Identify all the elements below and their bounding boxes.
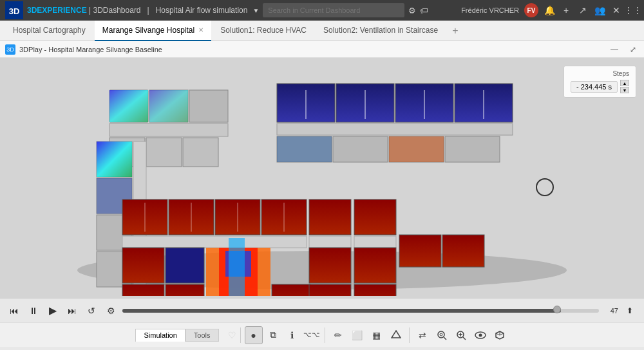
svg-rect-24: [445, 136, 500, 162]
svg-rect-7: [189, 90, 228, 122]
topbar-right: Frédéric VRCHER FV 🔔 + ↗ 👥 ✕ ⋮⋮: [461, 3, 639, 17]
tool-pen[interactable]: ✏: [329, 326, 347, 344]
separator-2: [325, 327, 325, 343]
tool-zoom[interactable]: [452, 326, 470, 344]
simulation-title: Hospital Air flow simulation: [156, 6, 248, 15]
svg-rect-58: [354, 236, 396, 248]
user-name: Frédéric VRCHER: [461, 6, 519, 14]
repeat-button[interactable]: ↺: [84, 303, 99, 318]
svg-rect-51: [309, 248, 351, 283]
steps-up-arrow[interactable]: ▲: [620, 80, 629, 86]
steps-arrows[interactable]: ▲ ▼: [620, 80, 629, 93]
tool-info[interactable]: ℹ: [283, 326, 301, 344]
tool-box-outline[interactable]: ⬜: [348, 326, 366, 344]
svg-line-68: [463, 337, 466, 340]
svg-rect-59: [354, 248, 396, 283]
steps-value-row: - 234.445 s ▲ ▼: [571, 80, 629, 93]
svg-point-72: [478, 333, 482, 336]
svg-point-64: [438, 331, 444, 338]
svg-rect-28: [97, 142, 132, 177]
steps-down-arrow[interactable]: ▼: [620, 87, 629, 93]
svg-text:3D: 3D: [9, 6, 20, 16]
tag-icon[interactable]: 🏷: [420, 6, 428, 15]
svg-rect-20: [277, 124, 513, 135]
svg-rect-49: [309, 199, 351, 235]
steps-panel: Steps - 234.445 s ▲ ▼: [564, 66, 636, 98]
svg-rect-42: [122, 236, 307, 248]
svg-rect-10: [146, 138, 182, 167]
tool-grid[interactable]: ▦: [368, 326, 386, 344]
viewport: Steps - 234.445 s ▲ ▼: [0, 58, 644, 298]
svg-point-66: [440, 333, 442, 336]
tool-swap[interactable]: ⇄: [413, 326, 431, 344]
expand-button[interactable]: ⤢: [627, 45, 639, 54]
svg-line-76: [496, 333, 500, 335]
toolbar: Simulation Tools ♡ ● ⧉ ℹ ⌥⌥ ✏ ⬜ ▦ ⇄: [0, 322, 644, 347]
tool-3d-search[interactable]: [433, 326, 451, 344]
tool-eye[interactable]: [471, 326, 489, 344]
tab-solution1[interactable]: Solution1: Reduce HVAC: [213, 21, 314, 41]
notification-icon[interactable]: 🔔: [544, 5, 555, 16]
tab-bar: Hospital Cartography Marange Silvange Ho…: [0, 21, 644, 41]
tool-circle[interactable]: ●: [245, 326, 263, 344]
share-export-button[interactable]: ⬆: [622, 303, 638, 318]
svg-line-65: [444, 337, 446, 340]
separator-3: [409, 327, 410, 343]
svg-rect-50: [309, 236, 351, 248]
svg-line-75: [500, 333, 504, 335]
tool-layers[interactable]: ⧉: [264, 326, 282, 344]
toolbar-tab-simulation[interactable]: Simulation: [135, 329, 185, 342]
progress-handle[interactable]: [553, 306, 561, 313]
first-frame-button[interactable]: ⏮: [6, 303, 22, 318]
svg-rect-52: [122, 284, 164, 296]
svg-rect-26: [277, 136, 332, 162]
apps-icon[interactable]: ⋮⋮: [627, 5, 639, 16]
tab-marange[interactable]: Marange Silvange Hospital ✕: [95, 21, 211, 41]
svg-rect-8: [109, 124, 228, 136]
svg-rect-47: [122, 248, 164, 283]
add-icon[interactable]: +: [560, 5, 572, 16]
settings-icon[interactable]: ✕: [611, 5, 622, 16]
svg-rect-22: [333, 136, 388, 162]
tool-connect[interactable]: ⌥⌥: [303, 326, 321, 344]
subheader-icon: 3D: [5, 44, 15, 55]
minimize-button[interactable]: —: [608, 45, 621, 54]
user-avatar[interactable]: FV: [524, 3, 538, 17]
subheader: 3D 3DPlay - Hospital Marange Silvange Ba…: [0, 41, 644, 58]
favorite-icon[interactable]: ♡: [228, 330, 236, 340]
collab-icon[interactable]: 👥: [594, 5, 605, 16]
separator-1: [240, 327, 241, 343]
svg-rect-56: [309, 284, 351, 296]
tool-cube[interactable]: [491, 326, 509, 344]
progress-bar[interactable]: [122, 309, 599, 313]
tab-cartography[interactable]: Hospital Cartography: [5, 21, 93, 41]
svg-rect-60: [354, 284, 396, 296]
svg-rect-25: [389, 136, 444, 162]
hospital-3d-view: [58, 77, 586, 296]
tool-mesh[interactable]: [387, 326, 405, 344]
svg-rect-6: [149, 90, 188, 122]
svg-rect-62: [442, 235, 484, 267]
app-logo: 3D: [5, 1, 23, 19]
share-icon-top[interactable]: ↗: [577, 5, 589, 16]
playback-settings-button[interactable]: ⚙: [103, 303, 118, 318]
progress-bar-fill: [122, 309, 561, 313]
subheader-title: 3DPlay - Hospital Marange Silvange Basel…: [19, 46, 162, 53]
svg-marker-63: [392, 331, 401, 338]
tab-add-button[interactable]: +: [447, 21, 463, 41]
svg-rect-55: [272, 284, 310, 296]
toolbar-tabs: Simulation Tools: [135, 329, 218, 342]
top-bar: 3D 3DEXPERIENCE | 3DDashboard | Hospital…: [0, 0, 644, 21]
svg-rect-57: [354, 199, 396, 235]
tab-marange-close[interactable]: ✕: [198, 26, 204, 33]
toolbar-tab-tools[interactable]: Tools: [185, 329, 219, 342]
tab-solution2[interactable]: Solution2: Ventilation in Staircase: [316, 21, 446, 41]
next-frame-button[interactable]: ⏭: [64, 303, 80, 318]
svg-rect-4: [109, 90, 148, 122]
pause-button[interactable]: ⏸: [26, 303, 41, 318]
play-button[interactable]: ▶: [45, 303, 61, 318]
filter-icon[interactable]: ⚙: [408, 6, 416, 15]
search-input[interactable]: [263, 3, 404, 17]
steps-value: - 234.445 s: [571, 81, 618, 93]
playback-controls: ⏮ ⏸ ▶ ⏭ ↺ ⚙ 47 ⬆: [0, 298, 644, 322]
